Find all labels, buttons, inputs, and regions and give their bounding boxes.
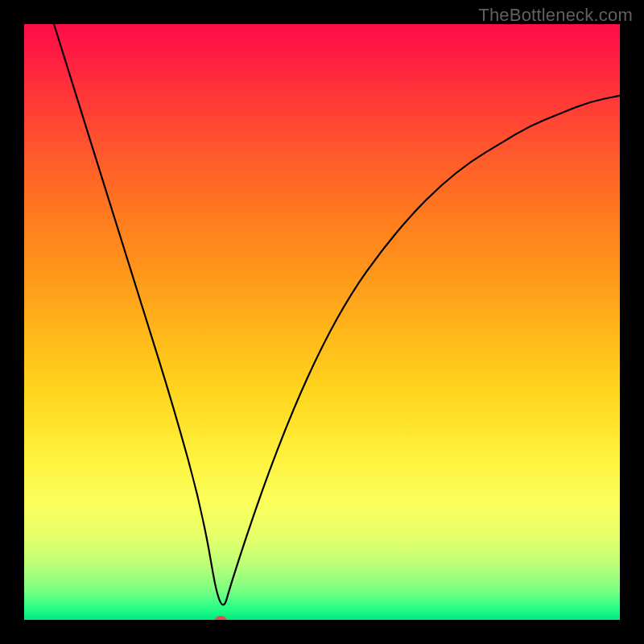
minimum-marker	[215, 616, 226, 620]
curve-svg	[24, 24, 620, 620]
watermark-text: TheBottleneck.com	[478, 5, 633, 26]
plot-area	[24, 24, 620, 620]
chart-frame: TheBottleneck.com	[0, 0, 644, 644]
bottleneck-curve	[54, 24, 620, 605]
